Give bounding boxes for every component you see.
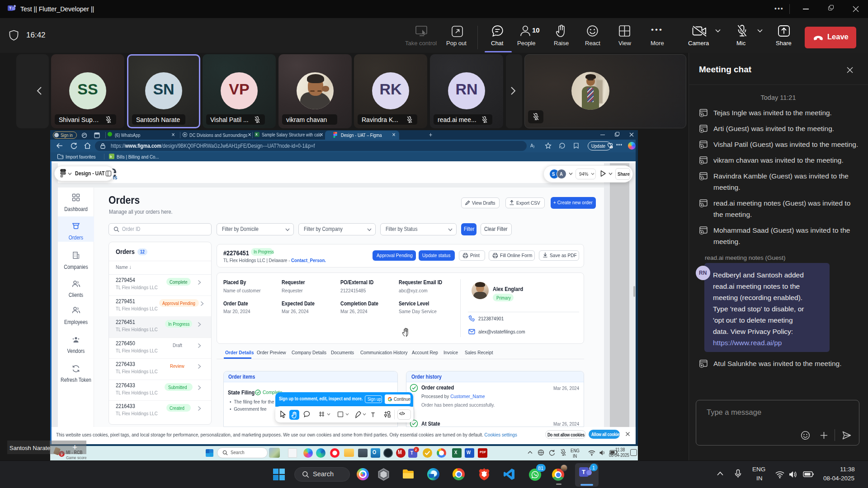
svg-text:!: ! bbox=[611, 146, 612, 149]
